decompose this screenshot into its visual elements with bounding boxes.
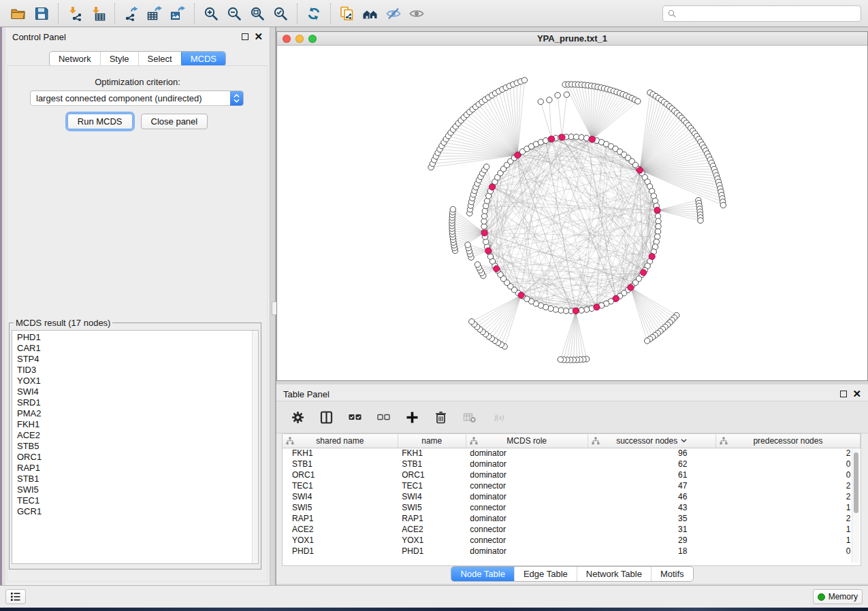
mcds-node-item[interactable]: STB1 [17, 474, 258, 484]
mcds-node-item[interactable]: CAR1 [17, 343, 258, 354]
cell: ACE2 [283, 524, 398, 535]
ndex-button[interactable] [359, 3, 382, 24]
network-window-titlebar[interactable]: YPA_prune.txt_1 [277, 32, 867, 46]
cell: 18 [588, 546, 716, 557]
tab-motifs[interactable]: Motifs [651, 567, 693, 581]
table-settings-button[interactable] [289, 408, 306, 426]
table-panel-title: Table Panel [283, 389, 329, 399]
mcds-node-item[interactable]: YOX1 [17, 376, 258, 386]
refresh-button[interactable] [302, 3, 325, 24]
close-table-panel-icon[interactable]: ✕ [852, 391, 861, 397]
float-panel-icon[interactable] [242, 33, 248, 40]
delete-column-button[interactable] [432, 408, 449, 426]
memory-button[interactable]: Memory [813, 589, 863, 604]
tab-network[interactable]: Network [50, 52, 100, 66]
table-scrollbar-thumb[interactable] [854, 452, 858, 513]
run-mcds-button[interactable]: Run MCDS [67, 114, 133, 129]
mcds-node-item[interactable]: GCR1 [17, 506, 258, 517]
cell: dominator [466, 469, 588, 480]
mcds-node-item[interactable]: PMA2 [17, 408, 258, 419]
table-row[interactable]: ACE2ACE2connector311 [283, 524, 861, 535]
cell: SWI5 [283, 502, 398, 513]
network-canvas[interactable] [277, 46, 867, 380]
mcds-node-item[interactable]: SWI5 [17, 484, 258, 495]
mcds-node-item[interactable]: ACE2 [17, 430, 258, 441]
table-row[interactable]: RAP1RAP1dominator352 [283, 513, 861, 524]
table-row[interactable]: STB1STB1dominator620 [283, 459, 861, 469]
column-header-mcds-role[interactable]: MCDS role [466, 434, 588, 448]
table-row[interactable]: FKH1FKH1dominator962 [283, 448, 861, 459]
column-header-shared-name[interactable]: shared name [283, 434, 398, 448]
select-all-button[interactable] [346, 408, 364, 426]
cell: PHD1 [283, 546, 398, 557]
search-box[interactable] [662, 5, 861, 22]
column-header-successor-nodes[interactable]: successor nodes [588, 434, 716, 448]
cell: connector [466, 535, 588, 546]
tab-network-table[interactable]: Network Table [577, 567, 651, 581]
table-row[interactable]: YOX1YOX1connector291 [283, 535, 861, 546]
cell: 1 [716, 524, 860, 535]
search-input[interactable] [677, 7, 856, 20]
mcds-hub-node [641, 269, 647, 276]
tab-style[interactable]: Style [100, 52, 138, 66]
mcds-node-item[interactable]: TEC1 [17, 495, 258, 506]
show-panels-button[interactable] [5, 589, 26, 604]
clone-network-icon [339, 5, 355, 22]
eye-slash-icon [385, 5, 402, 22]
window-close-button[interactable] [283, 35, 291, 43]
cell: 96 [588, 448, 716, 459]
mcds-node-item[interactable]: ORC1 [17, 452, 258, 463]
close-panel-icon[interactable]: ✕ [254, 33, 263, 40]
close-panel-button[interactable]: Close panel [141, 114, 208, 129]
import-network-button[interactable] [63, 3, 86, 24]
mcds-hub-node [649, 253, 655, 259]
table-row[interactable]: ORC1ORC1dominator610 [283, 469, 861, 480]
export-network-button[interactable] [120, 3, 143, 24]
window-maximize-button[interactable] [308, 35, 317, 43]
tab-select[interactable]: Select [138, 52, 181, 66]
zoom-out-button[interactable] [223, 3, 246, 24]
export-image-button[interactable] [166, 3, 189, 24]
float-table-panel-icon[interactable] [840, 391, 847, 397]
deselect-all-button[interactable] [374, 408, 392, 426]
clone-network-button[interactable] [336, 3, 359, 24]
zoom-in-button[interactable] [199, 3, 223, 24]
add-column-button[interactable] [403, 408, 421, 426]
node-table-container: shared namenameMCDS rolesuccessor nodesp… [282, 433, 861, 566]
cell: RAP1 [398, 513, 466, 524]
show-all-button[interactable] [405, 3, 428, 24]
mcds-node-item[interactable]: SRD1 [17, 397, 258, 408]
mcds-node-item[interactable]: RAP1 [17, 463, 258, 474]
table-row[interactable]: TEC1TEC1connector472 [283, 480, 861, 491]
hide-selected-button[interactable] [382, 3, 405, 24]
open-file-button[interactable] [7, 3, 30, 24]
table-scrollbar[interactable] [852, 449, 859, 563]
mcds-result-listbox[interactable]: PHD1CAR1STP4TID3YOX1SWI4SRD1PMA2FKH1ACE2… [12, 330, 259, 564]
tab-mcds[interactable]: MCDS [181, 52, 225, 66]
save-session-button[interactable] [30, 3, 53, 24]
mcds-node-item[interactable]: FKH1 [17, 419, 258, 430]
import-table-button[interactable] [86, 3, 110, 24]
column-header-name[interactable]: name [398, 434, 466, 448]
mcds-node-item[interactable]: SWI4 [17, 386, 258, 397]
zoom-fit-button[interactable] [246, 3, 269, 24]
result-scrollbar[interactable] [252, 331, 258, 563]
table-row[interactable]: SWI4SWI4dominator462 [283, 491, 861, 502]
window-minimize-button[interactable] [295, 35, 304, 43]
column-visibility-button[interactable] [317, 408, 335, 426]
mcds-node-item[interactable]: STB5 [17, 441, 258, 452]
export-table-button[interactable] [143, 3, 166, 24]
control-panel: Control Panel ✕ NetworkStyleSelectMCDS O… [5, 27, 270, 585]
table-row[interactable]: SWI5SWI5connector431 [283, 502, 861, 513]
table-row[interactable]: PHD1PHD1dominator180 [283, 546, 861, 557]
cytoscape-app: Control Panel ✕ NetworkStyleSelectMCDS O… [0, 0, 868, 611]
zoom-selected-button[interactable] [269, 3, 292, 24]
mcds-node-item[interactable]: STP4 [17, 354, 258, 365]
mcds-node-item[interactable]: PHD1 [17, 332, 258, 343]
export-network-icon [123, 5, 140, 22]
mcds-node-item[interactable]: TID3 [17, 365, 258, 376]
criterion-select[interactable]: largest connected component (undirected) [30, 90, 244, 106]
column-header-predecessor-nodes[interactable]: predecessor nodes [716, 434, 860, 448]
tab-node-table[interactable]: Node Table [451, 567, 514, 581]
tab-edge-table[interactable]: Edge Table [514, 567, 577, 581]
